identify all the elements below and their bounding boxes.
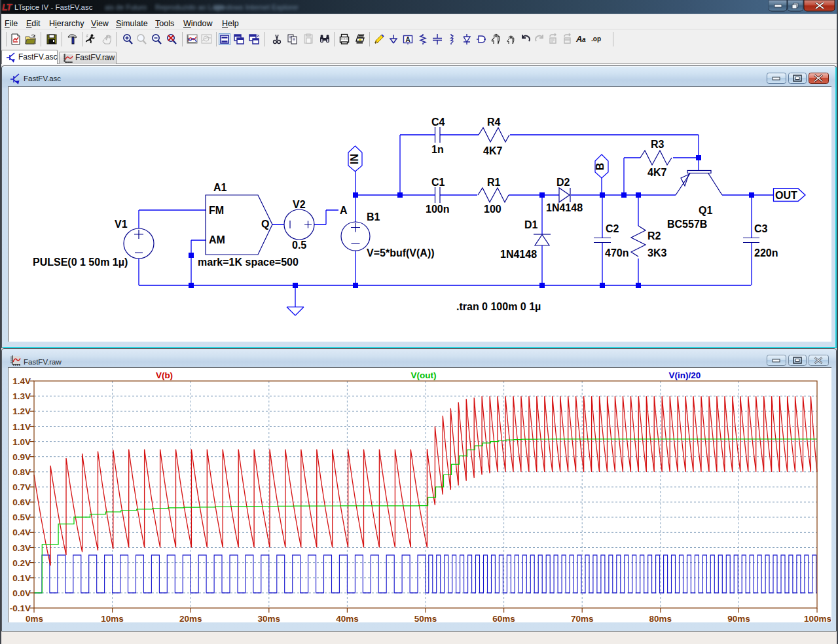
svg-text:100ms: 100ms — [804, 614, 831, 622]
svg-text:0.5V: 0.5V — [12, 512, 31, 522]
svg-text:A: A — [405, 36, 410, 43]
svg-text:1.0V: 1.0V — [12, 437, 31, 447]
svg-text:4K7: 4K7 — [647, 167, 666, 178]
svg-text:A: A — [575, 34, 582, 44]
svg-text:1n: 1n — [431, 144, 444, 155]
svg-text:0.8V: 0.8V — [12, 467, 31, 477]
svg-text:FM: FM — [209, 205, 224, 216]
svg-text:0.0V: 0.0V — [12, 588, 31, 598]
svg-text:40ms: 40ms — [336, 614, 359, 622]
svg-text:PULSE(0 1 50m 1µ): PULSE(0 1 50m 1µ) — [33, 257, 128, 268]
svg-text:0.9V: 0.9V — [12, 452, 31, 462]
svg-text:70ms: 70ms — [571, 614, 594, 622]
svg-text:V(out): V(out) — [411, 370, 437, 380]
svg-text:10ms: 10ms — [101, 614, 124, 622]
svg-text:Q1: Q1 — [699, 205, 712, 216]
svg-text:R4: R4 — [487, 116, 501, 128]
svg-text:100: 100 — [484, 204, 501, 215]
svg-text:D2: D2 — [556, 177, 570, 188]
svg-text:V(in)/20: V(in)/20 — [669, 370, 701, 380]
svg-text:100n: 100n — [426, 204, 449, 215]
svg-text:470n: 470n — [605, 247, 628, 259]
svg-text:a: a — [582, 36, 586, 43]
svg-text:0.4V: 0.4V — [12, 528, 31, 537]
svg-text:4K7: 4K7 — [483, 145, 502, 156]
svg-text:1.2V: 1.2V — [12, 406, 31, 416]
svg-text:V=5*buf(V(A)): V=5*buf(V(A)) — [367, 247, 435, 259]
svg-text:mark=1K space=500: mark=1K space=500 — [198, 257, 299, 268]
svg-text:Q: Q — [261, 219, 269, 230]
svg-text:BC557B: BC557B — [667, 219, 707, 230]
svg-text:R3: R3 — [651, 139, 665, 150]
svg-text:B1: B1 — [367, 211, 380, 223]
svg-text:0ms: 0ms — [26, 614, 43, 622]
svg-text:.tran 0 100m 0 1µ: .tran 0 100m 0 1µ — [456, 301, 541, 312]
svg-text:220n: 220n — [754, 247, 778, 259]
svg-text:80ms: 80ms — [649, 614, 672, 622]
svg-text:V2: V2 — [293, 199, 306, 210]
svg-text:A1: A1 — [213, 182, 227, 193]
svg-text:OUT: OUT — [775, 190, 797, 201]
svg-text:1N4148: 1N4148 — [500, 249, 537, 260]
svg-text:C1: C1 — [431, 177, 445, 188]
svg-text:C2: C2 — [606, 223, 619, 234]
svg-text:.op: .op — [591, 35, 601, 43]
svg-text:R2: R2 — [647, 230, 661, 241]
svg-text:0.2V: 0.2V — [12, 558, 31, 568]
svg-text:C4: C4 — [431, 116, 445, 128]
svg-text:C3: C3 — [754, 223, 768, 234]
svg-text:1.4V: 1.4V — [12, 376, 31, 386]
svg-text:V(b): V(b) — [156, 370, 173, 380]
svg-text:1N4148: 1N4148 — [546, 202, 583, 213]
svg-text:0.5: 0.5 — [292, 240, 306, 251]
svg-text:-0.1V: -0.1V — [10, 603, 31, 613]
svg-text:R1: R1 — [487, 177, 501, 188]
svg-text:V1: V1 — [115, 219, 128, 230]
svg-text:1.3V: 1.3V — [12, 391, 31, 401]
svg-text:1.1V: 1.1V — [12, 422, 31, 432]
svg-text:0.3V: 0.3V — [12, 543, 31, 553]
svg-text:D1: D1 — [524, 219, 538, 230]
svg-text:90ms: 90ms — [727, 614, 750, 622]
svg-text:60ms: 60ms — [492, 614, 515, 622]
svg-text:0.1V: 0.1V — [12, 573, 31, 583]
svg-text:3K3: 3K3 — [647, 247, 666, 259]
svg-text:IN: IN — [349, 154, 360, 164]
svg-text:A: A — [340, 205, 348, 216]
svg-text:0.6V: 0.6V — [12, 497, 31, 507]
svg-text:AM: AM — [209, 234, 225, 245]
svg-text:50ms: 50ms — [414, 614, 437, 622]
svg-text:0.7V: 0.7V — [12, 482, 31, 492]
svg-text:B: B — [594, 163, 606, 171]
svg-text:30ms: 30ms — [258, 614, 281, 622]
svg-text:20ms: 20ms — [179, 614, 202, 622]
